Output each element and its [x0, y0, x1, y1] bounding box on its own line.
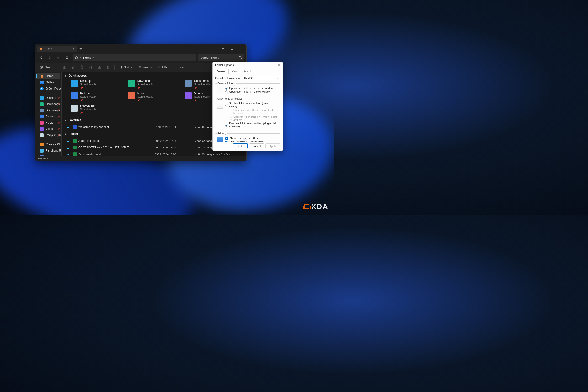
quick-access-item[interactable]: Downloads Stored locally 📌 [128, 79, 182, 90]
pc-icon [40, 155, 44, 156]
radio-double-click[interactable]: Double-click to open an item (single-cli… [225, 122, 278, 128]
pin-icon: 📌 [137, 98, 153, 102]
group-legend: Browse folders [217, 82, 236, 85]
folder-icon [184, 80, 192, 87]
file-location: João Carrasqueira's OneDrive [195, 153, 243, 156]
sort-icon [119, 66, 122, 69]
more-button[interactable]: ••• [178, 64, 187, 71]
search-input[interactable]: Search Home [198, 54, 244, 61]
qa-sub: Stored locally [80, 108, 96, 111]
quick-access-item[interactable]: Pictures Stored locally 📌 [71, 92, 125, 103]
minimize-button[interactable] [218, 44, 227, 52]
quick-access-item[interactable]: Desktop Stored locally 📌 [71, 79, 125, 90]
tab-general[interactable]: General [214, 69, 229, 74]
svg-point-3 [63, 68, 64, 68]
quick-access-item[interactable]: Music Stored locally 📌 [128, 92, 182, 103]
tab-view[interactable]: View [229, 69, 240, 74]
sidebar-item-onedrive[interactable]: › João - Personal [35, 86, 61, 92]
downloads-icon [40, 102, 44, 106]
sidebar-item-fairphone[interactable]: ›Fairphone 5 5G [35, 148, 61, 154]
ok-button[interactable]: OK [233, 144, 248, 148]
radio-icon [225, 87, 228, 90]
check-recent-files[interactable]: Show recently used files [225, 137, 278, 140]
quick-access-item[interactable]: Recycle Bin Stored locally 📌 [71, 104, 125, 115]
sidebar-item-pictures[interactable]: Pictures📌 [35, 114, 61, 120]
folder-icon [40, 143, 44, 146]
close-window-button[interactable] [237, 44, 246, 52]
browse-folders-icon [217, 87, 224, 93]
onedrive-icon [40, 87, 44, 90]
close-tab-button[interactable]: ✕ [72, 47, 75, 51]
paste-button[interactable] [78, 64, 86, 71]
item-count: 107 items [38, 157, 49, 160]
open-explorer-label: Open File Explorer to: [215, 77, 241, 80]
tab-label: Home [44, 47, 52, 50]
list-item[interactable]: ☁ Benchmark roundup 09/12/2024 16:02 Joã… [62, 151, 246, 156]
radio-underline-point: Underline icon titles only when I point … [230, 115, 278, 122]
chevron-down-icon: ▾ [65, 133, 66, 135]
maximize-button[interactable] [227, 44, 237, 52]
tab-search[interactable]: Search [241, 69, 254, 74]
sidebar-item-recyclebin[interactable]: Recycle Bin📌 [35, 132, 61, 138]
filter-label: Filter [162, 66, 168, 69]
rename-button[interactable] [87, 64, 94, 71]
sidebar-item-desktop[interactable]: Desktop📌 [35, 95, 61, 101]
phone-icon [40, 149, 44, 152]
sidebar-label: Music [46, 121, 53, 124]
privacy-icon [217, 137, 224, 142]
forward-button[interactable] [46, 54, 54, 61]
folder-icon [128, 80, 135, 87]
cancel-button[interactable]: Cancel [249, 144, 264, 148]
new-button[interactable]: New ▾ [38, 64, 56, 71]
back-button[interactable] [37, 54, 45, 61]
refresh-button[interactable] [63, 54, 71, 61]
open-explorer-select[interactable]: This PC ⌄ [242, 76, 280, 80]
delete-button[interactable] [104, 64, 112, 71]
radio-own-window[interactable]: Open each folder in its own window [225, 90, 278, 93]
sidebar-label: Home [46, 74, 53, 78]
home-icon [39, 47, 42, 50]
folder-icon [71, 92, 78, 99]
videos-icon [40, 127, 44, 131]
status-bar: 107 items [35, 156, 246, 161]
sort-button[interactable]: Sort ▾ [117, 64, 134, 71]
section-label: Recent [68, 132, 78, 136]
copy-button[interactable] [69, 64, 77, 71]
sidebar-item-downloads[interactable]: Downloads📌 [35, 101, 61, 107]
sidebar-item-documents[interactable]: Documents📌 [35, 107, 61, 114]
qa-name: Desktop [80, 79, 96, 82]
cut-button[interactable] [60, 64, 68, 71]
view-label: View [142, 66, 149, 69]
up-button[interactable] [54, 54, 62, 61]
view-button[interactable]: View ▾ [136, 64, 154, 71]
desktop-icon [40, 96, 44, 100]
breadcrumb-bar[interactable]: › Home › [73, 54, 196, 61]
radio-icon [225, 124, 228, 126]
radio-single-click[interactable]: Single-click to open an item (point to s… [225, 102, 278, 108]
new-tab-button[interactable]: ＋ [77, 46, 84, 51]
filter-button[interactable]: Filter ▾ [155, 64, 174, 71]
svg-rect-6 [72, 67, 74, 69]
sidebar-item-creative-cloud[interactable]: ›Creative Cloud F [35, 141, 61, 148]
chevron-down-icon: ▾ [65, 119, 66, 122]
cloud-icon: ☁ [66, 139, 73, 143]
brand-text: XDA [311, 202, 328, 210]
tab-home[interactable]: Home ✕ [37, 46, 77, 52]
sidebar-item-thispc[interactable]: ›This PC [35, 154, 61, 156]
sidebar-item-videos[interactable]: Videos📌 [35, 126, 61, 132]
qa-name: Music [137, 92, 153, 95]
svg-point-1 [239, 56, 241, 58]
sidebar-label: Pictures [46, 115, 56, 118]
close-dialog-button[interactable] [278, 64, 280, 67]
sidebar-item-gallery[interactable]: Gallery [35, 79, 61, 86]
file-name: Welcome to my channel [78, 125, 155, 129]
sidebar-item-home[interactable]: Home [36, 73, 60, 79]
sidebar-label: Creative Cloud F [46, 143, 62, 146]
new-label: New [45, 66, 50, 69]
sidebar-item-music[interactable]: Music📌 [35, 120, 61, 126]
radio-same-window[interactable]: Open each folder in the same window [225, 87, 278, 90]
qa-name: Videos [194, 92, 210, 95]
share-button[interactable] [96, 64, 103, 71]
view-icon [138, 66, 141, 69]
apply-button[interactable]: Apply [266, 144, 280, 148]
